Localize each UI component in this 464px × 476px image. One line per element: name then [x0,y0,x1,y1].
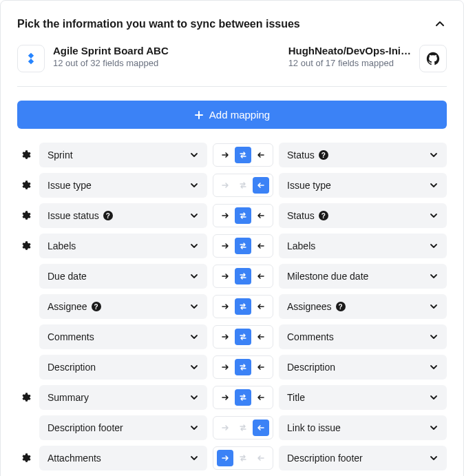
help-icon[interactable]: ? [92,302,101,311]
dir-both[interactable] [235,298,251,315]
right-field-select[interactable]: Issue type [279,173,447,198]
chevron-down-icon [429,423,439,433]
left-connection-sub: 12 out of 32 fields mapped [53,58,169,68]
left-connection: Agile Sprint Board ABC 12 out of 32 fiel… [17,45,225,72]
dir-left-to-right[interactable] [217,177,233,194]
chevron-down-icon [189,241,199,251]
dir-both[interactable] [235,329,251,345]
dir-right-to-left[interactable] [253,450,269,466]
gear-icon[interactable] [19,452,32,464]
add-mapping-button[interactable]: Add mapping [17,101,447,129]
collapse-icon[interactable] [433,17,447,31]
help-icon[interactable]: ? [103,211,113,220]
dir-left-to-right[interactable] [217,147,233,163]
dir-right-to-left[interactable] [253,298,269,315]
dir-right-to-left[interactable] [253,329,269,345]
left-field-select[interactable]: Issue type [39,173,207,198]
dir-left-to-right[interactable] [217,207,233,224]
chevron-down-icon [189,332,199,342]
gear-icon[interactable] [19,240,32,252]
dir-both[interactable] [235,147,251,163]
right-field-select[interactable]: Milestone due date [279,264,447,289]
dir-both[interactable] [235,177,251,194]
left-field-select[interactable]: Issue status? [39,203,207,228]
dir-left-to-right[interactable] [217,450,233,466]
right-field-label: Assignees [287,301,332,312]
dir-both[interactable] [235,238,251,254]
dir-left-to-right[interactable] [217,238,233,254]
help-icon[interactable]: ? [336,302,346,311]
dir-left-to-right[interactable] [217,298,233,315]
page-title: Pick the information you want to sync be… [17,18,300,30]
dir-both[interactable] [235,420,251,436]
dir-right-to-left[interactable] [253,359,269,375]
left-field-select[interactable]: Sprint [39,143,207,167]
dir-right-to-left[interactable] [253,420,269,436]
dir-right-to-left[interactable] [253,389,269,406]
sync-config-card: Pick the information you want to sync be… [0,0,464,476]
right-connection-name: HughNeato/DevOps-Ini… [288,45,411,56]
right-field-select[interactable]: Description footer [279,446,447,470]
right-field-label: Comments [287,331,334,342]
header: Pick the information you want to sync be… [17,17,447,31]
chevron-down-icon [189,453,199,463]
right-field-label: Labels [287,240,315,251]
chevron-down-icon [429,362,439,372]
left-field-label: Assignee [48,301,87,312]
right-field-select[interactable]: Assignees? [279,294,447,319]
right-connection: HughNeato/DevOps-Ini… 12 out of 17 field… [239,45,447,72]
dir-left-to-right[interactable] [217,268,233,284]
dir-right-to-left[interactable] [253,147,269,163]
dir-left-to-right[interactable] [217,359,233,375]
left-field-select[interactable]: Attachments [39,446,207,470]
dir-left-to-right[interactable] [217,389,233,406]
gear-icon[interactable] [19,149,32,161]
chevron-down-icon [429,180,439,190]
gear-icon[interactable] [19,391,32,404]
direction-toggle [213,295,273,318]
right-field-select[interactable]: Link to issue [279,415,447,440]
left-field-label: Issue status [48,210,99,221]
dir-both[interactable] [235,450,251,466]
right-field-select[interactable]: Description [279,355,447,380]
dir-right-to-left[interactable] [253,177,269,194]
direction-toggle [213,355,273,379]
mapping-row: DescriptionDescription [17,355,447,380]
left-field-select[interactable]: Assignee? [39,294,207,319]
right-field-select[interactable]: Labels [279,234,447,258]
chevron-down-icon [189,180,199,190]
dir-both[interactable] [235,389,251,406]
left-field-select[interactable]: Due date [39,264,207,289]
right-field-label: Milestone due date [287,271,368,282]
right-connection-sub: 12 out of 17 fields mapped [288,58,411,68]
dir-both[interactable] [235,207,251,224]
add-mapping-label: Add mapping [209,109,270,121]
dir-right-to-left[interactable] [253,238,269,254]
help-icon[interactable]: ? [319,211,328,220]
dir-both[interactable] [235,268,251,284]
right-field-select[interactable]: Title [279,385,447,410]
left-field-select[interactable]: Description [39,355,207,380]
right-field-select[interactable]: Comments [279,324,447,349]
left-field-select[interactable]: Description footer [39,415,207,440]
left-field-select[interactable]: Summary [39,385,207,410]
right-field-label: Link to issue [287,422,341,433]
right-field-select[interactable]: Status? [279,203,447,228]
mapping-row: Issue typeIssue type [17,173,447,198]
help-icon[interactable]: ? [319,150,328,160]
right-field-label: Description [287,362,335,373]
dir-right-to-left[interactable] [253,207,269,224]
gear-icon[interactable] [19,209,32,222]
right-field-select[interactable]: Status? [279,143,447,167]
chevron-down-icon [429,150,439,160]
left-field-select[interactable]: Labels [39,234,207,258]
dir-both[interactable] [235,359,251,375]
chevron-down-icon [189,211,199,220]
dir-left-to-right[interactable] [217,329,233,345]
gear-icon[interactable] [19,179,32,192]
gear-col [17,149,34,161]
dir-right-to-left[interactable] [253,268,269,284]
dir-left-to-right[interactable] [217,420,233,436]
left-field-label: Sprint [48,149,73,161]
left-field-select[interactable]: Comments [39,324,207,349]
